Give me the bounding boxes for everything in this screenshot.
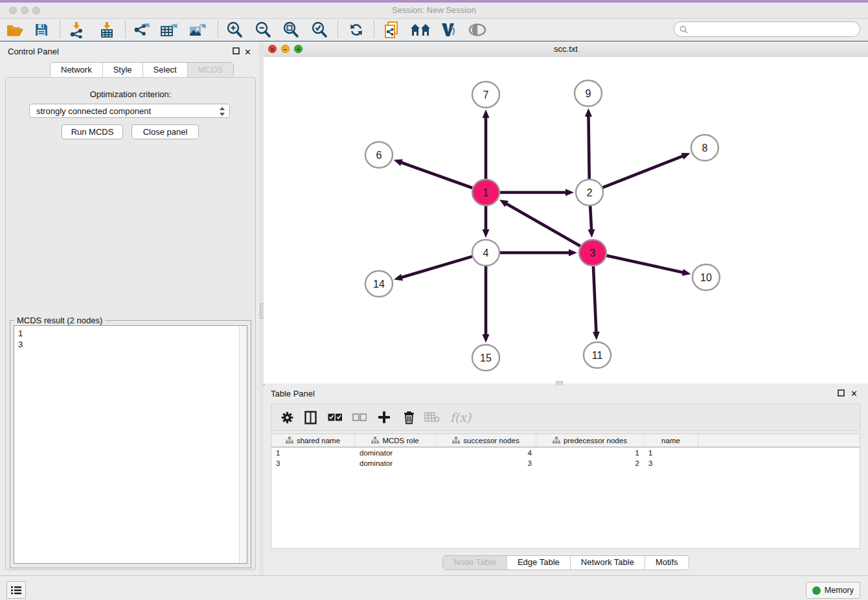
column-header-successor-nodes[interactable]: successor nodes — [436, 434, 536, 446]
network-canvas[interactable]: 7968124314101511 — [264, 57, 868, 384]
arrowhead-icon — [593, 332, 600, 340]
arrowhead-icon — [394, 274, 403, 281]
tab-node-table[interactable]: Node Table — [443, 556, 507, 570]
memory-label: Memory — [825, 586, 854, 595]
arrowhead-icon — [681, 153, 691, 159]
run-mcds-button[interactable]: Run MCDS — [62, 124, 123, 139]
edge-2-8[interactable] — [603, 156, 684, 187]
table-cell[interactable]: 3 — [644, 458, 698, 468]
column-header-MCDS-role[interactable]: MCDS role — [355, 434, 436, 446]
edge-2-9[interactable] — [588, 115, 589, 179]
graph-node-label: 8 — [702, 143, 708, 154]
arrowhead-icon — [483, 334, 490, 343]
mcds-result-title: MCDS result (2 nodes) — [14, 316, 105, 325]
window-titlebar: Session: New Session — [0, 3, 868, 19]
tab-style[interactable]: Style — [103, 63, 143, 77]
table-cell[interactable]: dominator — [355, 448, 436, 458]
memory-button[interactable]: Memory — [806, 582, 860, 599]
edge-3-11[interactable] — [593, 266, 596, 333]
close-panel-button[interactable]: Close panel — [131, 124, 199, 139]
open-session-icon[interactable] — [3, 20, 27, 40]
table-row[interactable]: 3dominator323 — [271, 458, 860, 468]
optimization-criterion-select[interactable]: strongly connected component — [29, 104, 230, 118]
edge-3-10[interactable] — [606, 255, 683, 272]
column-header-predecessor-nodes[interactable]: predecessor nodes — [536, 434, 644, 446]
import-table-icon[interactable] — [95, 20, 119, 40]
window-title: Session: New Session — [0, 5, 868, 15]
table-cell[interactable]: 1 — [271, 448, 355, 458]
graph-node-label: 11 — [592, 350, 603, 361]
save-session-icon[interactable] — [29, 20, 54, 40]
column-header-shared-name[interactable]: shared name — [271, 434, 355, 446]
edge-3-1[interactable] — [505, 203, 580, 246]
hide-selected-icon[interactable] — [465, 20, 490, 40]
first-neighbors-icon[interactable] — [408, 20, 433, 40]
table-panel-tabs: Node TableEdge TableNetwork TableMotifs — [442, 555, 689, 570]
table-cell[interactable]: 3 — [271, 458, 355, 468]
deselect-all-icon[interactable] — [350, 409, 369, 426]
tab-select[interactable]: Select — [143, 63, 188, 77]
network-window-titlebar[interactable]: ✕ − + scc.txt — [264, 41, 868, 58]
select-all-icon[interactable] — [326, 409, 344, 426]
table-cell[interactable]: 1 — [536, 448, 644, 458]
table-cell[interactable]: 3 — [436, 458, 536, 468]
graph-node-label: 4 — [483, 248, 489, 259]
function-builder-icon[interactable]: f(x) — [448, 409, 474, 426]
arrowhead-icon — [585, 108, 592, 117]
zoom-selected-icon[interactable] — [307, 20, 332, 40]
graph-node-label: 6 — [376, 150, 382, 161]
control-panel-close-icon[interactable]: ✕ — [244, 47, 251, 57]
search-input[interactable] — [674, 21, 860, 37]
table-cell[interactable]: dominator — [355, 458, 436, 468]
import-network-icon[interactable] — [64, 20, 89, 40]
arrowhead-icon — [569, 249, 577, 257]
graph-node-label: 2 — [587, 187, 593, 198]
export-image-icon[interactable] — [185, 20, 210, 40]
table-cell[interactable]: 1 — [644, 448, 698, 458]
edge-1-6[interactable] — [400, 162, 472, 188]
graph-node-label: 14 — [373, 279, 385, 290]
tab-edge-table[interactable]: Edge Table — [507, 556, 571, 570]
toolbar-separator — [60, 21, 60, 38]
mcds-result-group: MCDS result (2 nodes) 13 — [10, 320, 251, 568]
toolbar-separator — [218, 21, 218, 38]
table-panel-float-icon[interactable] — [838, 389, 845, 397]
edge-4-14[interactable] — [401, 257, 472, 278]
duplicate-network-icon[interactable] — [380, 20, 404, 40]
node-table[interactable]: shared nameMCDS rolesuccessor nodesprede… — [271, 433, 860, 549]
tab-network-table[interactable]: Network Table — [571, 556, 645, 570]
export-table-icon[interactable] — [157, 20, 181, 40]
graph-node-label: 7 — [483, 89, 489, 100]
tab-mcds[interactable]: MCDS — [188, 63, 233, 77]
refresh-layout-icon[interactable] — [344, 20, 369, 40]
hierarchy-icon — [452, 437, 460, 444]
delete-icon[interactable] — [400, 409, 418, 426]
delete-table-icon[interactable] — [423, 409, 441, 426]
gear-icon[interactable] — [278, 409, 296, 426]
zoom-in-icon[interactable] — [222, 20, 247, 40]
memory-status-icon — [812, 586, 821, 595]
application-window: Session: New Session — [0, 0, 868, 600]
zoom-out-icon[interactable] — [251, 20, 275, 40]
table-panel-close-icon[interactable]: ✕ — [851, 389, 858, 398]
graph-node-label: 9 — [586, 88, 591, 99]
table-cell[interactable]: 2 — [536, 458, 644, 468]
optimization-criterion-label: Optimization criterion: — [6, 89, 255, 99]
tab-network[interactable]: Network — [51, 63, 103, 77]
control-panel-float-icon[interactable] — [233, 47, 240, 54]
tab-motifs[interactable]: Motifs — [645, 556, 689, 570]
apply-style-icon[interactable] — [436, 20, 461, 40]
control-panel-body: Optimization criterion: strongly connect… — [5, 77, 256, 570]
scrollbar[interactable] — [239, 326, 247, 563]
toolbar-separator — [125, 21, 126, 38]
table-row[interactable]: 1dominator411 — [271, 448, 860, 458]
task-history-button[interactable] — [6, 581, 26, 599]
zoom-fit-icon[interactable] — [279, 20, 303, 40]
mcds-result-textarea[interactable]: 13 — [14, 325, 247, 564]
column-header-name[interactable]: name — [644, 434, 698, 446]
add-icon[interactable] — [375, 409, 393, 426]
column-panel-icon[interactable] — [301, 409, 319, 426]
table-cell[interactable]: 4 — [436, 448, 536, 458]
edge-2-3[interactable] — [590, 206, 591, 231]
export-network-icon[interactable] — [129, 20, 154, 40]
